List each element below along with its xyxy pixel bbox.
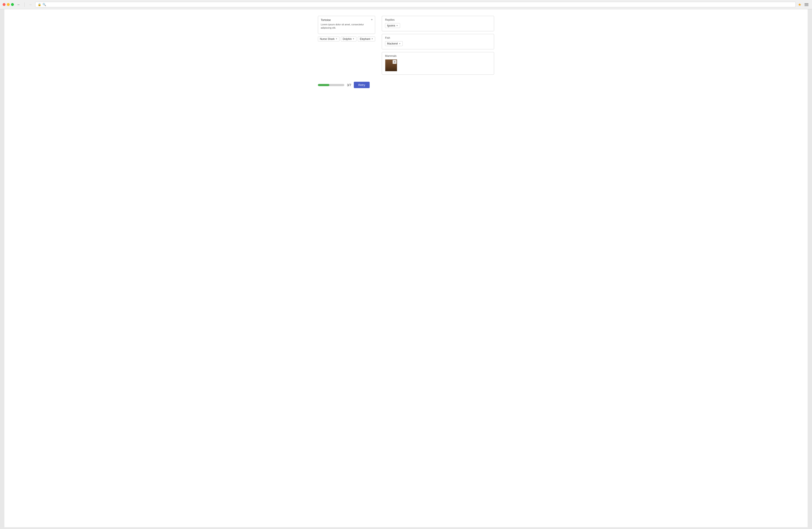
progress-text: 3/7 xyxy=(347,83,351,87)
tag-dolphin-handle[interactable]: ✦ xyxy=(352,38,354,40)
tag-elephant-handle[interactable]: ✦ xyxy=(371,38,373,40)
minimize-button[interactable] xyxy=(7,3,10,6)
forward-button[interactable]: → xyxy=(28,2,33,7)
tag-dolphin-label: Dolphin xyxy=(343,38,352,41)
mammals-items: ✦ xyxy=(385,59,491,71)
progress-bar-fill xyxy=(318,84,329,86)
reptiles-card: Reptiles Iguana ✦ xyxy=(382,16,494,31)
fullscreen-button[interactable] xyxy=(11,3,14,6)
traffic-lights xyxy=(3,3,14,6)
forward-icon: → xyxy=(29,3,32,6)
mammal-image-handle[interactable]: ✦ xyxy=(393,60,396,64)
fish-label: Fish xyxy=(385,37,491,40)
menu-line-1 xyxy=(804,3,809,4)
back-icon: ← xyxy=(17,3,20,6)
fish-card: Fish Mackerel ✦ xyxy=(382,34,494,49)
tortoise-card-title: Tortoise xyxy=(321,18,372,22)
back-button[interactable]: ← xyxy=(16,2,21,7)
retry-button[interactable]: Retry xyxy=(354,82,369,88)
tortoise-card: Tortoise Lorem ipsum dolor sit amet, con… xyxy=(318,16,375,34)
address-bar[interactable]: 🔒 🔍 xyxy=(35,2,796,7)
left-column: Tortoise Lorem ipsum dolor sit amet, con… xyxy=(318,16,375,77)
close-button[interactable] xyxy=(3,3,5,6)
menu-line-2 xyxy=(804,4,809,5)
mammal-image-item[interactable]: ✦ xyxy=(385,59,397,71)
tag-elephant-label: Elephant xyxy=(360,38,370,41)
search-icon: 🔍 xyxy=(43,3,46,6)
tag-mackerel-label: Mackerel xyxy=(387,42,398,45)
main-layout: Tortoise Lorem ipsum dolor sit amet, con… xyxy=(318,16,494,77)
bookmark-button[interactable]: ★ xyxy=(798,2,801,7)
tortoise-card-subtitle: Lorem ipsum dolor sit amet, consectetur … xyxy=(321,23,372,30)
mammals-card: Mammals ✦ xyxy=(382,52,494,75)
progress-area: 3/7 Retry xyxy=(318,82,494,88)
tags-row: Nurse Shark ✦ Dolphin ✦ Elephant ✦ xyxy=(318,37,375,41)
tag-mackerel-handle[interactable]: ✦ xyxy=(399,42,401,45)
menu-line-3 xyxy=(804,5,809,6)
lock-icon: 🔒 xyxy=(38,3,41,6)
star-icon: ★ xyxy=(798,2,801,7)
tag-elephant[interactable]: Elephant ✦ xyxy=(358,37,375,41)
tag-iguana-label: Iguana xyxy=(387,24,395,27)
tortoise-drag-handle[interactable]: ✦ xyxy=(371,18,373,22)
progress-bar-background xyxy=(318,84,344,86)
reptiles-label: Reptiles xyxy=(385,18,491,22)
mammals-label: Mammals xyxy=(385,54,491,57)
tag-iguana-handle[interactable]: ✦ xyxy=(396,24,398,27)
tag-mackerel[interactable]: Mackerel ✦ xyxy=(385,41,403,46)
reptiles-tags: Iguana ✦ xyxy=(385,23,491,28)
tag-nurse-shark-handle[interactable]: ✦ xyxy=(335,38,337,40)
menu-button[interactable] xyxy=(803,2,809,7)
tag-nurse-shark-label: Nurse Shark xyxy=(320,38,335,41)
fish-tags: Mackerel ✦ xyxy=(385,41,491,46)
page-content: Tortoise Lorem ipsum dolor sit amet, con… xyxy=(4,9,808,527)
tag-iguana[interactable]: Iguana ✦ xyxy=(385,23,400,28)
browser-chrome: ← → 🔒 🔍 ★ xyxy=(0,0,812,9)
tag-dolphin[interactable]: Dolphin ✦ xyxy=(341,37,357,41)
right-column: Reptiles Iguana ✦ Fish Mackerel ✦ xyxy=(382,16,494,77)
tag-nurse-shark[interactable]: Nurse Shark ✦ xyxy=(318,37,339,41)
